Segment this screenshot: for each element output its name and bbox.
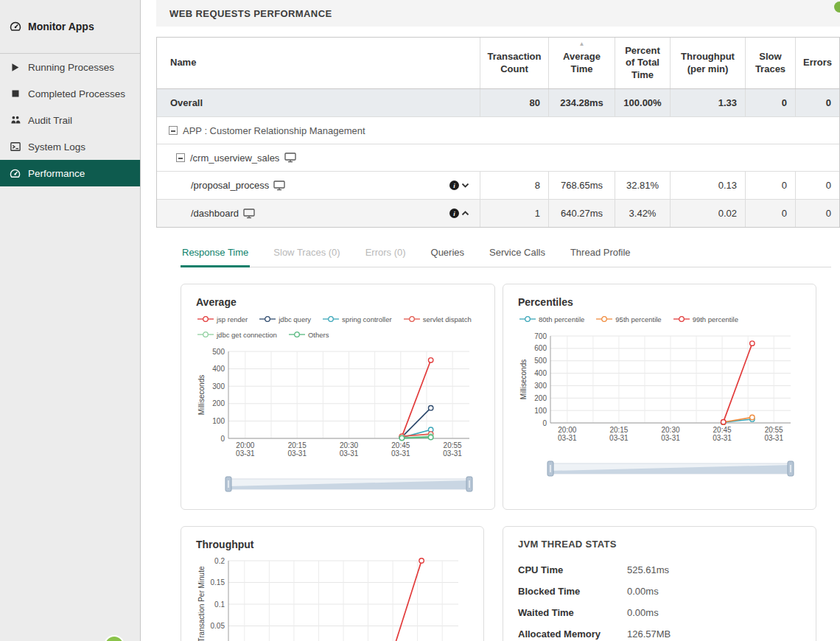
jvm-stat-allocated-memory: Allocated Memory126.57MB <box>518 628 801 640</box>
overall-value: 234.28ms <box>548 89 615 116</box>
tab-slow-traces-0[interactable]: Slow Traces (0) <box>272 239 341 267</box>
column-header-throughput-per-min[interactable]: Throughput (per min) <box>670 38 745 88</box>
percentiles-plot: 010020030040050060070020:0003-3120:1503-… <box>518 330 801 448</box>
table-body: /proposal_process8768.65ms32.81%0.1300/d… <box>157 172 839 227</box>
svg-text:20:00: 20:00 <box>558 426 576 434</box>
jsp-render-legend-marker-icon <box>197 312 214 326</box>
table-header-row: NameTransaction Count▲Average TimePercen… <box>157 38 839 89</box>
row-value: 3.42% <box>615 200 670 227</box>
overall-value: 0 <box>745 89 795 116</box>
row-value: 0 <box>745 172 795 199</box>
main-content: WEB REQUESTS PERFORMANCE NameTransaction… <box>141 0 840 641</box>
svg-text:03-31: 03-31 <box>391 449 410 458</box>
overall-row[interactable]: Overall80234.28ms100.00%1.3300 <box>157 89 839 117</box>
table-row-dashboard[interactable]: /dashboard1640.27ms3.42%0.0200 <box>157 200 839 227</box>
chevron-up-icon[interactable] <box>461 211 469 216</box>
percentiles-range-slider[interactable] <box>518 460 801 482</box>
charts-row-1: Average jsp renderjdbc queryspring contr… <box>156 284 840 510</box>
legend-item-jdbc-get-connection[interactable]: jdbc get connection <box>197 328 277 341</box>
jvm-stat-value: 0.00ms <box>627 607 659 618</box>
app-group-row[interactable]: APP : Customer Relationship Management <box>157 117 839 144</box>
sort-ascending-icon[interactable]: ▲ <box>579 41 585 47</box>
legend-item-servlet-dispatch[interactable]: servlet dispatch <box>404 312 472 326</box>
legend-item-spring-controller[interactable]: spring controller <box>323 312 392 326</box>
jdbc-get-connection-legend-marker-icon <box>197 328 214 341</box>
svg-text:03-31: 03-31 <box>609 434 629 442</box>
sidebar-item-system-logs[interactable]: System Logs <box>0 133 140 160</box>
legend-item-95th-percentile[interactable]: 95th percentile <box>596 312 661 326</box>
monitor-icon <box>284 153 296 163</box>
tab-response-time[interactable]: Response Time <box>181 239 250 267</box>
collapse-icon[interactable] <box>176 153 185 162</box>
gauge-icon <box>10 21 21 32</box>
average-chart: jsp renderjdbc queryspring controllerser… <box>196 312 480 497</box>
column-header-average-time[interactable]: ▲Average Time <box>548 38 615 88</box>
row-value: 32.81% <box>615 172 670 199</box>
legend-item-jdbc-query[interactable]: jdbc query <box>259 312 311 326</box>
legend-item-80th-percentile[interactable]: 80th percentile <box>519 312 584 326</box>
page-title: WEB REQUESTS PERFORMANCE <box>169 8 332 19</box>
spring-controller-legend-marker-icon <box>323 312 339 326</box>
svg-text:200: 200 <box>534 394 547 402</box>
tab-thread-profile[interactable]: Thread Profile <box>569 239 632 267</box>
chevron-down-icon[interactable] <box>461 183 469 188</box>
jvm-stat-waited-time: Waited Time0.00ms <box>518 607 801 618</box>
svg-text:Milliseconds: Milliseconds <box>519 360 528 399</box>
svg-text:700: 700 <box>534 332 547 340</box>
chart-title-average: Average <box>196 296 480 308</box>
row-value: 0 <box>795 172 839 199</box>
tab-queries[interactable]: Queries <box>430 239 466 267</box>
info-icon[interactable] <box>449 209 459 218</box>
jvm-stat-blocked-time: Blocked Time0.00ms <box>518 586 801 597</box>
column-header-errors[interactable]: Errors <box>795 38 839 88</box>
svg-text:0: 0 <box>220 435 225 443</box>
row-name-cell: /proposal_process <box>157 172 480 199</box>
info-icon[interactable] <box>449 181 459 190</box>
svg-text:Milliseconds: Milliseconds <box>197 375 206 415</box>
column-header-label: Throughput (per min) <box>675 51 741 75</box>
svg-text:0.15: 0.15 <box>211 578 225 586</box>
legend-label: 80th percentile <box>539 315 584 323</box>
svg-text:400: 400 <box>212 365 225 373</box>
svg-text:20:00: 20:00 <box>236 441 254 449</box>
jvm-stat-cpu-time: CPU Time525.61ms <box>518 564 801 575</box>
monitor-icon <box>243 209 255 219</box>
overall-value: 0 <box>795 89 839 116</box>
table-row-proposal-process[interactable]: /proposal_process8768.65ms32.81%0.1300 <box>157 172 839 200</box>
svg-text:0: 0 <box>542 419 547 427</box>
column-header-transaction-count[interactable]: Transaction Count <box>480 38 548 88</box>
jvm-thread-stats-card: JVM THREAD STATS CPU Time525.61msBlocked… <box>503 526 816 641</box>
sidebar-item-completed-processes[interactable]: Completed Processes <box>0 80 140 107</box>
url-group-label: /crm_userview_sales <box>190 153 279 164</box>
average-range-slider[interactable] <box>196 475 480 497</box>
url-group-row[interactable]: /crm_userview_sales <box>157 144 839 172</box>
column-header-name[interactable]: Name <box>157 38 480 88</box>
sidebar-item-running-processes[interactable]: Running Processes <box>0 54 140 80</box>
svg-text:03-31: 03-31 <box>236 449 255 458</box>
column-header-slow-traces[interactable]: Slow Traces <box>745 38 795 88</box>
monitor-icon <box>273 181 285 191</box>
jvm-stat-label: Waited Time <box>518 607 627 618</box>
column-header-percent-of-total-time[interactable]: Percent of Total Time <box>615 38 670 88</box>
legend-item-99th-percentile[interactable]: 99th percentile <box>673 312 738 326</box>
sidebar-item-performance[interactable]: Performance <box>0 160 140 186</box>
jvm-stats-list: CPU Time525.61msBlocked Time0.00msWaited… <box>518 564 801 640</box>
tab-errors-0[interactable]: Errors (0) <box>364 239 407 267</box>
jdbc-query-legend-marker-icon <box>259 312 276 326</box>
legend-item-others[interactable]: Others <box>289 328 329 341</box>
legend-label: jdbc query <box>279 315 311 323</box>
svg-text:20:55: 20:55 <box>444 441 462 449</box>
svg-text:0.2: 0.2 <box>214 557 225 565</box>
row-value: 0.13 <box>670 172 745 199</box>
average-chart-card: Average jsp renderjdbc queryspring contr… <box>181 284 495 510</box>
collapse-icon[interactable] <box>169 126 178 135</box>
sidebar-item-label: Audit Trail <box>28 115 72 126</box>
jvm-stats-title: JVM THREAD STATS <box>518 539 801 550</box>
sidebar-header: Monitor Apps <box>0 0 140 54</box>
95th-percentile-legend-marker-icon <box>596 312 612 326</box>
legend-item-jsp-render[interactable]: jsp render <box>197 312 248 326</box>
percentiles-legend: 80th percentile95th percentile99th perce… <box>519 312 801 326</box>
sidebar-item-audit-trail[interactable]: Audit Trail <box>0 107 140 133</box>
app-window: Monitor Apps Running ProcessesCompleted … <box>0 0 840 641</box>
tab-service-calls[interactable]: Service Calls <box>488 239 547 267</box>
